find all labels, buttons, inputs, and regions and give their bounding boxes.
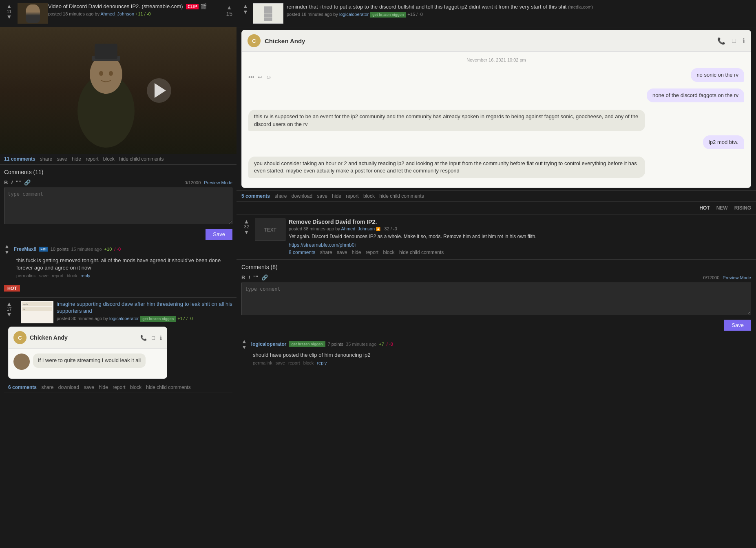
chat-window-phone-icon[interactable]: 📞 — [717, 37, 725, 45]
msg-dots-btn[interactable]: ••• — [248, 68, 254, 86]
post1-nav-right[interactable]: ▲ 15 — [226, 4, 232, 17]
bottom-brazen-badge: get brazen niggen — [289, 341, 325, 347]
bottom-save[interactable]: save — [276, 360, 285, 365]
msg-emoji-btn[interactable]: ☺ — [266, 68, 272, 86]
person-silhouette — [65, 29, 147, 152]
post1-block-link[interactable]: block — [103, 156, 115, 162]
sort-new[interactable]: NEW — [716, 205, 728, 211]
bottom-report[interactable]: report — [288, 360, 300, 365]
chat-phone-icon[interactable]: 📞 — [140, 335, 147, 341]
right-quote-btn[interactable]: "" — [253, 274, 258, 281]
bottom-comment-time: 35 minutes ago — [346, 342, 376, 347]
comment1-block[interactable]: block — [67, 273, 77, 278]
right-hide[interactable]: hide — [332, 193, 341, 199]
bottom-comment-downvote[interactable]: ▼ — [241, 344, 247, 350]
clip-icon: 🎬 — [200, 3, 207, 9]
bottom-comment-points: 7 points — [328, 342, 344, 347]
post1-report-link[interactable]: report — [86, 156, 98, 162]
right-download[interactable]: download — [292, 193, 312, 199]
post1-share-link[interactable]: share — [40, 156, 52, 162]
post2-block-link[interactable]: block — [130, 384, 141, 390]
comment-save-btn[interactable]: Save — [206, 229, 232, 240]
right-save-btn[interactable]: Save — [724, 320, 751, 331]
comment1-reply[interactable]: reply — [80, 273, 90, 278]
remove-title: Remove Discord David from IP2. — [289, 219, 751, 225]
remove-downvote[interactable]: ▼ — [244, 229, 250, 235]
right-report[interactable]: report — [346, 193, 358, 199]
remove-save[interactable]: save — [337, 250, 347, 255]
remove-hide[interactable]: hide — [352, 250, 361, 255]
sort-rising[interactable]: RISING — [734, 205, 751, 211]
comment1-downvote[interactable]: ▼ — [4, 249, 10, 255]
right-comments-link[interactable]: 5 comments — [241, 193, 270, 199]
chat-video-icon[interactable]: □ — [152, 335, 155, 341]
bottom-comment-upvote[interactable]: ▲ — [241, 338, 247, 344]
right-share[interactable]: share — [274, 193, 287, 199]
post2-hide-child-link[interactable]: hide child comments — [146, 384, 190, 390]
post1-hide-child-link[interactable]: hide child comments — [119, 156, 164, 162]
post2-save-link[interactable]: save — [84, 384, 94, 390]
post1-upvote[interactable]: ▲ — [7, 3, 12, 9]
right-block[interactable]: block — [363, 193, 375, 199]
post1-hide-link[interactable]: hide — [72, 156, 81, 162]
remove-block[interactable]: block — [383, 250, 395, 255]
post2-downvote[interactable]: ▼ — [7, 312, 12, 317]
post1-comments-link[interactable]: 11 comments — [4, 156, 35, 162]
right-bold-btn[interactable]: B — [241, 274, 245, 281]
remove-comments-link[interactable]: 8 comments — [289, 250, 315, 255]
remove-upvote[interactable]: ▲ — [244, 219, 250, 224]
post2-comments-link[interactable]: 6 comments — [8, 384, 37, 390]
right-save[interactable]: save — [317, 193, 327, 199]
video-player[interactable] — [0, 27, 237, 154]
post2-upvote[interactable]: ▲ — [7, 301, 12, 307]
right-italic-btn[interactable]: I — [248, 274, 250, 281]
post2-author[interactable]: logicaloperator — [109, 316, 139, 321]
post2-download-link[interactable]: download — [58, 384, 79, 390]
chat-window-info-icon[interactable]: ℹ — [743, 37, 745, 45]
sort-hot[interactable]: HOT — [699, 205, 710, 211]
bottom-block[interactable]: block — [303, 360, 314, 365]
right-post-upvote[interactable]: ▲ — [243, 3, 248, 9]
quote-btn[interactable]: "" — [16, 179, 21, 186]
remove-author[interactable]: Ahmed_Johnson — [341, 226, 375, 231]
chat-window-video-icon[interactable]: □ — [732, 37, 736, 45]
right-post-author[interactable]: logicaloperator — [339, 12, 369, 17]
remove-report[interactable]: report — [366, 250, 378, 255]
post1-downvote[interactable]: ▼ — [7, 14, 12, 20]
right-comment-input[interactable] — [241, 283, 751, 315]
comment-input[interactable] — [4, 188, 232, 224]
right-preview-mode-btn[interactable]: Preview Mode — [723, 275, 751, 280]
bottom-comment-score-pos: +7 — [379, 342, 384, 347]
preview-mode-btn[interactable]: Preview Mode — [204, 180, 232, 185]
bottom-permalink[interactable]: permalink — [253, 360, 272, 365]
comment1-username[interactable]: FreeMax8 — [14, 246, 36, 252]
post2-hide-link[interactable]: hide — [99, 384, 108, 390]
right-char-count: 0/12000 — [703, 275, 720, 280]
italic-btn[interactable]: I — [11, 179, 13, 186]
comment1-permalink[interactable]: permalink — [16, 273, 36, 278]
right-post-downvote[interactable]: ▼ — [243, 9, 248, 15]
comment1-save[interactable]: save — [39, 273, 49, 278]
comment1-report[interactable]: report — [52, 273, 64, 278]
sort-tabs: HOT NEW RISING — [237, 202, 756, 214]
bottom-comment-username[interactable]: logicaloperator — [251, 341, 287, 347]
bold-btn[interactable]: B — [4, 179, 8, 186]
link-btn[interactable]: 🔗 — [24, 179, 31, 186]
chat-info-icon[interactable]: ℹ — [160, 335, 162, 341]
chat-window-name: Chicken Andy — [265, 38, 713, 44]
char-count: 0/12000 — [185, 180, 201, 185]
post1-author[interactable]: Ahmed_Johnson — [100, 11, 134, 16]
post1-title-text: Video of Discord David denounces IP2. (s… — [48, 3, 183, 9]
remove-hide-child[interactable]: hide child comments — [399, 250, 444, 255]
right-link-btn[interactable]: 🔗 — [261, 274, 268, 281]
play-button[interactable] — [147, 78, 171, 103]
post2-report-link[interactable]: report — [113, 384, 125, 390]
comment1-upvote[interactable]: ▲ — [4, 243, 10, 249]
post1-save-link[interactable]: save — [57, 156, 67, 162]
right-hide-child[interactable]: hide child comments — [379, 193, 424, 199]
msg-reply-btn[interactable]: ↩ — [258, 68, 263, 86]
remove-share[interactable]: share — [320, 250, 332, 255]
post2-share-link[interactable]: share — [41, 384, 53, 390]
remove-link[interactable]: https://streamable.com/phmb0i — [289, 242, 751, 248]
bottom-reply[interactable]: reply — [317, 360, 327, 365]
